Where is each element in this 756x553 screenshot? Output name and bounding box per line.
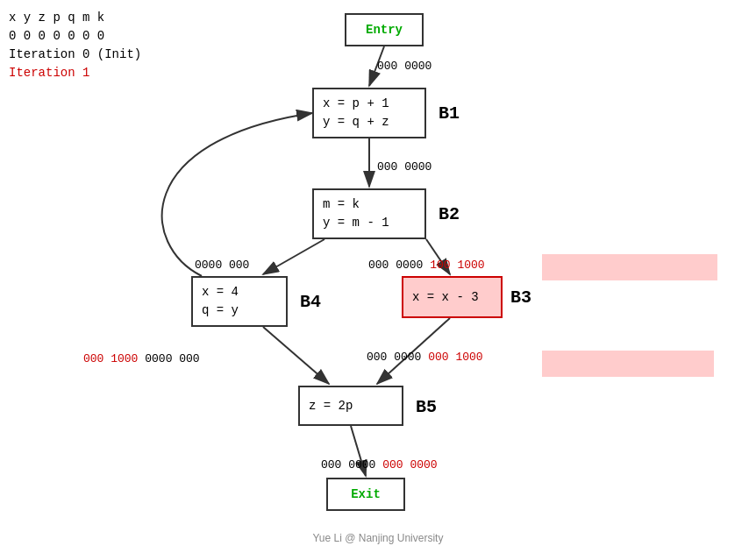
b1-line2: y = q + z xyxy=(323,113,416,131)
entry-node: Entry xyxy=(345,13,424,46)
svg-line-6 xyxy=(263,327,329,384)
ann-b5-exit: 000 0000 000 0000 xyxy=(321,458,438,471)
ann-entry-b1: 000 0000 xyxy=(377,60,431,73)
footer: Yue Li @ Nanjing University xyxy=(0,532,756,544)
top-info: x y z p q m k 0 0 0 0 0 0 0 Iteration 0 … xyxy=(9,9,141,82)
ann-b3-b5: 000 0000 000 1000 xyxy=(367,351,483,364)
b3-label: B3 xyxy=(510,287,531,308)
iteration1-label: Iteration 1 xyxy=(9,64,141,82)
b1-line1: x = p + 1 xyxy=(323,95,416,113)
ann-b3-highlight-top xyxy=(542,254,717,280)
variables-values: 0 0 0 0 0 0 0 xyxy=(9,27,141,46)
b3-line1: x = x - 3 xyxy=(412,288,479,307)
exit-node: Exit xyxy=(326,478,405,511)
b2-line2: y = m - 1 xyxy=(323,214,416,232)
b5-line1: z = 2p xyxy=(309,397,353,415)
b1-node: x = p + 1 y = q + z xyxy=(312,88,426,138)
ann-b2-b3: 000 0000 100 1000 xyxy=(368,259,485,272)
iteration0-label: Iteration 0 (Init) xyxy=(9,46,141,64)
b4-line2: q = y xyxy=(202,301,277,320)
b5-label: B5 xyxy=(416,397,437,417)
ann-b2-b4: 0000 000 xyxy=(195,259,249,272)
b1-label: B1 xyxy=(439,103,460,124)
ann-b1-b2: 000 0000 xyxy=(377,160,431,174)
svg-line-4 xyxy=(263,239,325,274)
b2-node: m = k y = m - 1 xyxy=(312,188,426,239)
ann-b3-highlight-bottom xyxy=(542,351,714,377)
b5-node: z = 2p xyxy=(298,386,403,426)
b4-node: x = 4 q = y xyxy=(191,276,288,327)
ann-b4-b5: 000 1000 0000 000 xyxy=(83,352,200,365)
variables-header: x y z p q m k xyxy=(9,9,141,27)
b2-line1: m = k xyxy=(323,195,416,214)
b4-label: B4 xyxy=(300,292,321,312)
b2-label: B2 xyxy=(439,204,460,224)
b4-line1: x = 4 xyxy=(202,283,277,301)
b3-node: x = x - 3 xyxy=(402,276,503,318)
